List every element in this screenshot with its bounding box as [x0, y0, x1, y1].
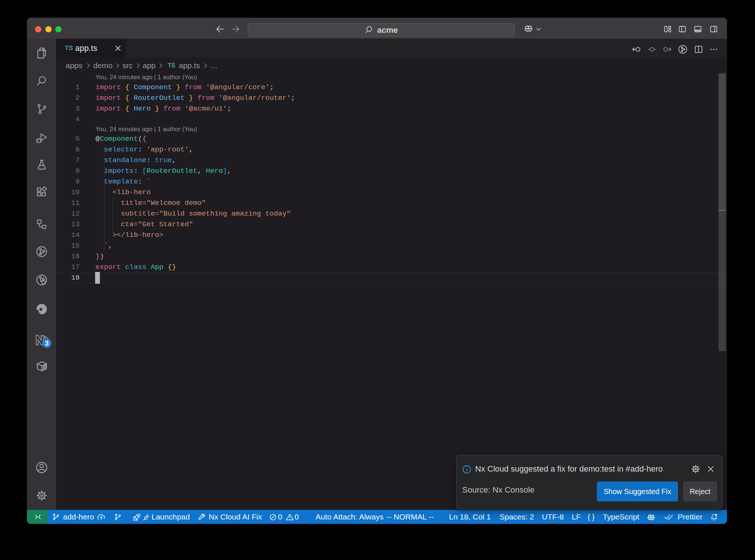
svg-text:3: 3	[45, 339, 49, 347]
